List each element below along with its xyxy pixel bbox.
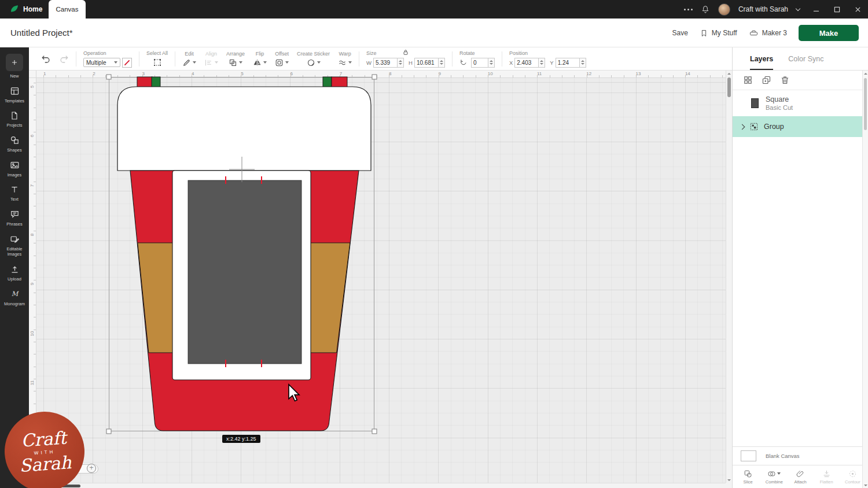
chevron-down-icon: [348, 61, 352, 64]
canvas-horizontal-scrollbar[interactable]: [29, 483, 726, 488]
chevron-down-icon: [239, 61, 242, 64]
arrange-dropdown[interactable]: Arrange: [226, 51, 245, 67]
duplicate-icon[interactable]: [762, 75, 771, 85]
sticker-icon: [307, 58, 315, 67]
upload-icon: [10, 264, 20, 274]
templates-icon: [10, 86, 20, 96]
chevron-right-icon[interactable]: [740, 124, 745, 130]
cricut-logo-icon: [9, 4, 20, 14]
height-stepper[interactable]: [439, 58, 445, 68]
phrases-icon: [10, 209, 20, 219]
select-all-button[interactable]: Select All: [146, 50, 168, 67]
offset-dropdown[interactable]: Offset: [275, 51, 289, 67]
sidebar-item-projects[interactable]: Projects: [0, 108, 29, 132]
position-y-stepper[interactable]: [580, 58, 586, 68]
position-y-field[interactable]: Y 1.24: [550, 58, 586, 68]
design-canvas[interactable]: 1234567891011121314 567891011: [29, 71, 732, 488]
canvas-grid[interactable]: [36, 78, 726, 483]
sidebar-item-text[interactable]: Text: [0, 182, 29, 206]
undo-icon[interactable]: [41, 54, 52, 64]
create-sticker-dropdown[interactable]: Create Sticker: [297, 51, 330, 67]
projects-icon: [10, 111, 19, 120]
sidebar-item-templates[interactable]: Templates: [0, 83, 29, 108]
offset-icon: [275, 58, 284, 67]
rotate-stepper[interactable]: [488, 58, 495, 68]
scroll-thumb[interactable]: [864, 78, 867, 130]
edit-dropdown[interactable]: Edit: [182, 51, 196, 67]
width-field[interactable]: W 5.339: [366, 58, 404, 68]
avatar[interactable]: [718, 3, 730, 16]
blend-icon[interactable]: [743, 75, 753, 85]
operation-label: Operation: [83, 50, 106, 56]
scroll-up-icon[interactable]: [726, 71, 732, 76]
user-menu[interactable]: Craft with Sarah: [738, 5, 788, 13]
canvas-color-swatch[interactable]: [741, 450, 756, 461]
height-field[interactable]: H 10.681: [409, 58, 445, 68]
minimize-button[interactable]: [806, 0, 826, 19]
scroll-thumb[interactable]: [727, 77, 731, 97]
flip-icon: [253, 58, 262, 67]
make-button[interactable]: Make: [799, 25, 859, 41]
zoom-in-button[interactable]: +: [87, 464, 96, 473]
notifications-bell-icon[interactable]: [701, 5, 710, 14]
warp-dropdown[interactable]: Warp: [338, 51, 352, 67]
sidebar-item-monogram[interactable]: M Monogram: [0, 286, 29, 310]
attach-icon: [796, 469, 805, 478]
attach-button[interactable]: Attach: [787, 465, 813, 488]
sidebar-item-new[interactable]: New: [0, 50, 29, 83]
more-menu-icon[interactable]: [684, 9, 693, 10]
position-x-stepper[interactable]: [539, 58, 545, 68]
sidebar-item-phrases[interactable]: Phrases: [0, 206, 29, 231]
operation-dropdown[interactable]: Multiple: [83, 58, 120, 67]
lock-icon[interactable]: [402, 49, 410, 56]
layer-swatch: [751, 98, 759, 108]
save-button[interactable]: Save: [672, 29, 687, 37]
redo-icon[interactable]: [58, 54, 69, 64]
rotate-label: Rotate: [459, 50, 475, 56]
layers-panel: Layers Color Sync Square Basic Cut: [732, 47, 868, 488]
sidebar-item-images[interactable]: Images: [0, 157, 29, 182]
position-x-field[interactable]: X 2.403: [509, 58, 545, 68]
maximize-button[interactable]: [826, 0, 847, 19]
layer-row-group[interactable]: Group: [733, 116, 868, 137]
chevron-down-icon[interactable]: [777, 472, 781, 475]
combine-icon: [767, 469, 776, 478]
flatten-button: Flatten: [814, 465, 840, 488]
svg-text:M: M: [11, 290, 19, 298]
tab-canvas[interactable]: Canvas: [49, 0, 86, 19]
scroll-up-icon[interactable]: [863, 71, 868, 76]
slice-button[interactable]: Slice: [735, 465, 761, 488]
scroll-down-icon[interactable]: [726, 477, 732, 483]
scrollbar-corner: [726, 483, 732, 488]
layer-row-square[interactable]: Square Basic Cut: [733, 90, 868, 116]
ruler-corner: [29, 71, 36, 78]
panel-scrollbar[interactable]: [862, 71, 868, 488]
tab-color-sync[interactable]: Color Sync: [788, 47, 823, 70]
rotate-icon[interactable]: [459, 58, 468, 66]
my-stuff-button[interactable]: My Stuff: [700, 29, 737, 38]
contour-icon: [848, 469, 857, 478]
chevron-down-icon: [285, 61, 289, 64]
scroll-down-icon[interactable]: [863, 482, 868, 488]
combine-button[interactable]: Combine: [761, 465, 787, 488]
sidebar-item-shapes[interactable]: Shapes: [0, 132, 29, 157]
machine-selector[interactable]: Maker 3: [749, 29, 787, 38]
width-stepper[interactable]: [398, 58, 404, 68]
my-stuff-icon: [700, 29, 708, 38]
canvas-vertical-scrollbar[interactable]: [726, 71, 732, 483]
linetype-color-swatch[interactable]: [122, 58, 132, 68]
home-button[interactable]: Home: [23, 5, 42, 13]
trash-icon[interactable]: [780, 75, 790, 85]
project-header: Untitled Project* Save My Stuff Maker 3 …: [0, 19, 868, 47]
select-all-icon: [153, 58, 162, 67]
sidebar-item-upload[interactable]: Upload: [0, 261, 29, 286]
blank-canvas-row[interactable]: Blank Canvas: [733, 446, 868, 465]
size-label: Size: [366, 50, 377, 56]
edit-toolbar: Operation Multiple Select All Edit: [29, 47, 732, 71]
tab-layers[interactable]: Layers: [750, 47, 773, 70]
rotate-field[interactable]: 0: [471, 58, 495, 68]
chevron-down-icon[interactable]: [796, 6, 800, 10]
sidebar-item-editable-images[interactable]: Editable Images: [0, 231, 29, 261]
flip-dropdown[interactable]: Flip: [253, 51, 267, 67]
close-button[interactable]: [847, 0, 868, 19]
